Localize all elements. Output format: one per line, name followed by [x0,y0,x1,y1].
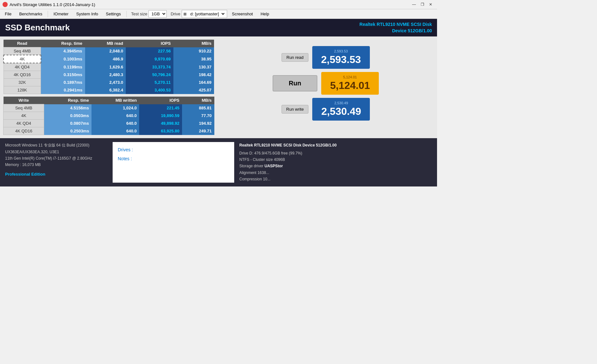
app-title: Anvil's Storage Utilities 1.1.0 (2014-Ja… [10,2,95,7]
read-row-label: 128K [4,86,41,94]
read-mb: 1,629.6 [85,63,126,71]
read-table-row: Seq 4MB 4.3945ms 2,048.0 227.56 910.22 [4,47,214,55]
write-table-row: Seq 4MB 4.5156ms 1,024.0 221.45 885.81 [4,104,214,112]
read-row-label: 32K [4,79,41,86]
testsize-select[interactable]: 1GB 4GB [149,11,166,17]
sysinfo-menu[interactable]: System Info [73,10,102,18]
read-mb: 2,473.0 [85,79,126,86]
write-row-label: 4K [4,112,44,120]
read-table-row: 4K QD16 0.3150ms 2,480.3 50,796.24 198.4… [4,71,214,79]
total-score-box: 5,124.01 5,124.01 [321,72,379,95]
read-header: Read [4,40,41,47]
read-table-row: 32K 0.1897ms 2,473.0 5,270.11 164.69 [4,79,214,86]
mbs-header: MB/s [173,40,214,47]
menu-bar: File Benchmarks IOmeter System Info Sett… [0,9,437,19]
read-score-small: 2,593.53 [319,49,363,53]
run-button[interactable]: Run [273,75,317,91]
read-row-label: 4K QD4 [4,63,41,71]
drive-line4: Alignment 1638... [239,170,432,176]
table-gap [3,94,214,97]
close-button[interactable]: ✕ [427,1,434,8]
window-controls[interactable]: — ❐ ✕ [410,1,434,8]
iops-write-header: IOPS [139,97,182,104]
run-read-button[interactable]: Run read [282,53,308,62]
read-iops: 5,270.11 [126,79,173,86]
restore-button[interactable]: ❐ [418,1,426,8]
screenshot-button[interactable]: Screenshot [228,10,257,18]
drive-select[interactable]: d: [yottamaster] [188,11,226,17]
read-iops: 33,373.74 [126,63,173,71]
read-resp: 0.1199ms [41,63,85,71]
testsize-select-wrapper[interactable]: 1GB 4GB [148,10,167,18]
read-row-label: 4K [4,55,41,63]
file-menu[interactable]: File [1,10,15,18]
read-row-label: 4K QD16 [4,71,41,79]
run-write-button[interactable]: Run write [282,105,309,114]
read-iops: 227.56 [126,47,173,55]
read-score-box: 2,593.53 2,593.53 [312,46,370,69]
help-menu[interactable]: Help [257,10,273,18]
read-mb: 2,048.0 [85,47,126,55]
write-header: Write [4,97,44,104]
tables-section: Read Resp. time MB read IOPS MB/s Seq 4M… [3,40,214,135]
read-mbs: 425.07 [173,86,214,94]
drive-select-wrapper[interactable]: ▦ d: [yottamaster] [182,10,227,18]
write-table-row: 4K QD4 0.0807ms 640.0 49,898.92 194.92 [4,120,214,127]
write-iops: 63,925.80 [139,127,182,135]
system-info: Microsoft Windows 11 专业版 64 位 Build (220… [5,142,107,182]
read-iops: 50,796.24 [126,71,173,79]
sys-line3: 11th Gen Intel(R) Core(TM) i7-1165G7 @ 2… [5,155,107,162]
settings-menu[interactable]: Settings [102,10,124,18]
read-mbs: 910.22 [173,47,214,55]
read-resp: 4.3945ms [41,47,85,55]
sys-line1: Microsoft Windows 11 专业版 64 位 Build (220… [5,142,107,148]
resp-time-header: Resp. time [41,40,85,47]
write-mb: 1,024.0 [92,104,139,112]
read-mb: 2,480.3 [85,71,126,79]
benchmarks-menu[interactable]: Benchmarks [16,10,46,18]
menu-divider-2 [126,11,127,17]
drive-line5: Compression 10... [239,176,432,182]
notes-notes: Notes : [118,154,229,163]
drive-line3: Storage driver UASPStor [239,163,432,169]
write-table-row: 4K QD16 0.2503ms 640.0 63,925.80 249.71 [4,127,214,135]
run-total-row: Run 5,124.01 5,124.01 [218,72,434,95]
write-table: Write Resp. time MB written IOPS MB/s Se… [3,97,214,135]
mb-written-header: MB written [92,97,139,104]
notes-panel: Drives : Notes : [113,142,234,182]
read-table-row: 128K 0.2941ms 6,382.4 3,400.53 425.07 [4,86,214,94]
read-mbs: 130.37 [173,63,214,71]
iometer-menu[interactable]: IOmeter [50,10,72,18]
write-mb: 640.0 [92,127,139,135]
sys-line4: Memory : 16,073 MB [5,162,107,168]
write-mb: 640.0 [92,112,139,120]
title-bar: Anvil's Storage Utilities 1.1.0 (2014-Ja… [0,0,437,9]
read-mb: 486.9 [85,55,126,63]
write-resp: 0.2503ms [44,127,92,135]
read-row-label: Seq 4MB [4,47,41,55]
write-resp: 4.5156ms [44,104,92,112]
professional-edition: Professional Edition [5,172,45,177]
write-mb: 640.0 [92,120,139,127]
write-score-big: 2,530.49 [319,106,363,117]
mbs-write-header: MB/s [182,97,214,104]
testsize-label: Test size [131,12,147,16]
iops-header: IOPS [126,40,173,47]
write-mbs: 77.70 [182,112,214,120]
minimize-button[interactable]: — [410,1,418,8]
write-iops: 19,890.59 [139,112,182,120]
write-row-label: 4K QD4 [4,120,44,127]
read-mbs: 38.95 [173,55,214,63]
drive-icon: ▦ [183,12,187,16]
menu-divider-1 [48,11,48,17]
read-iops: 9,970.69 [126,55,173,63]
sys-line2: UX363EA/UX363EA.320, U3E1 [5,149,107,155]
write-iops: 221.45 [139,104,182,112]
notes-drives: Drives : [118,145,229,154]
read-score-big: 2,593.53 [319,54,363,66]
app-icon [3,2,8,7]
write-score-small: 2,530.49 [319,101,363,105]
benchmark-title: SSD Benchmark [5,23,70,33]
drive-line1: Drive D: 476.9/475.6GB free (99.7%) [239,150,432,156]
write-mbs: 885.81 [182,104,214,112]
